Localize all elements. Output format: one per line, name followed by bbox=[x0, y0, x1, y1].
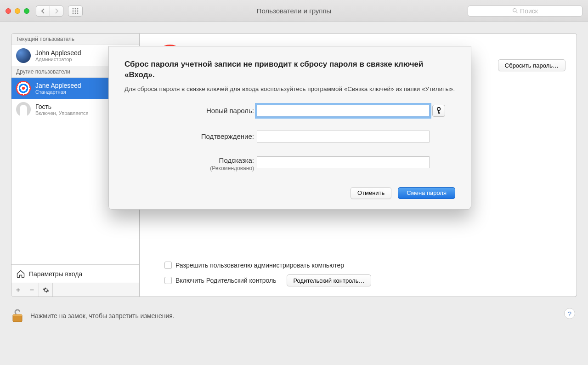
change-password-button[interactable]: Смена пароля bbox=[398, 187, 455, 199]
search-icon bbox=[512, 8, 518, 14]
back-button[interactable] bbox=[36, 6, 50, 17]
allow-admin-checkbox[interactable] bbox=[164, 262, 172, 269]
allow-admin-label: Разрешить пользователю администрировать … bbox=[175, 262, 344, 269]
forward-button[interactable] bbox=[50, 6, 63, 17]
sheet-title: Сброс пароля учетной записи не приводит … bbox=[124, 59, 455, 80]
show-all-prefs-button[interactable] bbox=[68, 6, 83, 17]
parental-control-checkbox[interactable] bbox=[164, 277, 172, 284]
new-password-label: Новый пароль: bbox=[124, 107, 257, 114]
user-role: Включен, Управляется bbox=[35, 110, 89, 116]
hint-label: Подсказка: bbox=[219, 156, 254, 164]
reset-password-sheet: Сброс пароля учетной записи не приводит … bbox=[108, 46, 471, 210]
user-actions-menu[interactable] bbox=[39, 283, 53, 297]
svg-point-5 bbox=[77, 10, 79, 11]
svg-point-13 bbox=[437, 107, 441, 110]
login-options-label: Параметры входа bbox=[29, 270, 82, 278]
login-options[interactable]: Параметры входа bbox=[11, 264, 139, 283]
svg-point-9 bbox=[513, 9, 516, 12]
new-password-input[interactable] bbox=[257, 105, 430, 117]
avatar-icon bbox=[16, 48, 31, 63]
svg-point-4 bbox=[75, 10, 76, 11]
user-name: Гость bbox=[35, 103, 89, 110]
add-user-button[interactable]: + bbox=[11, 283, 25, 297]
close-window-button[interactable] bbox=[6, 8, 11, 14]
reset-password-button[interactable]: Сбросить пароль… bbox=[498, 59, 565, 71]
svg-point-3 bbox=[73, 10, 74, 11]
hint-input[interactable] bbox=[257, 156, 430, 168]
avatar-icon bbox=[16, 102, 31, 117]
zoom-window-button[interactable] bbox=[24, 8, 29, 14]
confirm-password-label: Подтверждение: bbox=[124, 132, 257, 140]
confirm-password-input[interactable] bbox=[257, 131, 430, 143]
remove-user-button[interactable]: − bbox=[25, 283, 39, 297]
key-icon bbox=[436, 107, 441, 114]
gear-icon bbox=[43, 287, 49, 293]
lock-text: Нажмите на замок, чтобы запретить измене… bbox=[30, 312, 175, 319]
unlock-icon[interactable] bbox=[11, 308, 24, 324]
svg-point-7 bbox=[75, 12, 76, 14]
avatar-icon bbox=[16, 81, 31, 96]
search-field[interactable]: Поиск bbox=[468, 6, 582, 17]
svg-point-0 bbox=[73, 8, 74, 9]
parental-control-label: Включить Родительский контроль bbox=[175, 277, 277, 284]
hint-sublabel: (Рекомендовано) bbox=[124, 165, 254, 171]
svg-point-8 bbox=[77, 12, 79, 14]
window-titlebar: Пользователи и группы Поиск bbox=[0, 0, 588, 22]
user-name: John Appleseed bbox=[35, 49, 81, 57]
password-assistant-button[interactable] bbox=[432, 105, 445, 117]
section-current-user: Текущий пользователь bbox=[11, 34, 139, 45]
home-icon bbox=[16, 269, 25, 279]
search-placeholder: Поиск bbox=[520, 7, 538, 15]
sheet-description: Для сброса пароля в связке ключей для вх… bbox=[124, 85, 455, 94]
svg-point-1 bbox=[75, 8, 76, 9]
user-name: Jane Appleseed bbox=[35, 82, 81, 89]
svg-point-2 bbox=[77, 8, 79, 9]
cancel-button[interactable]: Отменить bbox=[351, 187, 391, 199]
open-parental-control-button[interactable]: Родительский контроль… bbox=[287, 274, 372, 286]
user-role: Администратор bbox=[35, 57, 81, 62]
svg-rect-12 bbox=[13, 314, 22, 316]
svg-point-6 bbox=[73, 12, 74, 14]
help-button[interactable]: ? bbox=[564, 308, 575, 319]
minimize-window-button[interactable] bbox=[15, 8, 20, 14]
user-role: Стандартная bbox=[35, 89, 81, 95]
svg-line-10 bbox=[516, 11, 517, 13]
